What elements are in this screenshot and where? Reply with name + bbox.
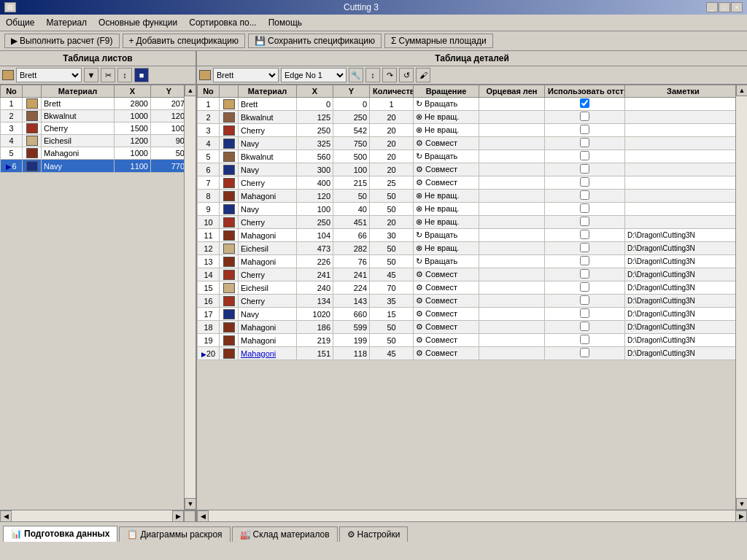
right-table-row[interactable]: 1Brett001↻ Вращать: [198, 98, 736, 111]
right-row-material: Navy: [239, 203, 297, 216]
right-row-y: 750: [333, 137, 370, 150]
right-row-offset[interactable]: [545, 216, 625, 229]
left-scroll-up[interactable]: ▲: [185, 85, 196, 96]
menu-material[interactable]: Материал: [43, 16, 90, 29]
menu-functions[interactable]: Основные функции: [96, 16, 180, 29]
right-row-x: 104: [297, 229, 333, 242]
right-tool-btn-2[interactable]: ↕: [365, 68, 380, 82]
right-table-row[interactable]: 13Mahagoni2267650↻ ВращатьD:\Dragon\Cutt…: [198, 255, 736, 268]
right-table-row[interactable]: 18Mahagoni18659950⚙ СовместD:\Dragon\Cut…: [198, 321, 736, 334]
right-hscroll-right[interactable]: ▶: [735, 510, 747, 522]
left-tool-btn-2[interactable]: ✂: [101, 68, 115, 82]
right-table-row[interactable]: 6Navy30010020⚙ Совмест: [198, 163, 736, 176]
total-area-button[interactable]: Σ Суммарные площади: [384, 34, 493, 48]
window-controls[interactable]: _ □ ×: [706, 2, 743, 12]
system-menu-btn[interactable]: ⊟: [4, 2, 16, 12]
left-table-row[interactable]: 2Bkwalnut1000120: [1, 110, 185, 122]
left-tool-btn-4[interactable]: ■: [134, 68, 149, 82]
right-row-offset[interactable]: [545, 321, 625, 334]
right-table-row[interactable]: 7Cherry40021525⚙ Совмест: [198, 176, 736, 190]
right-row-no: 8: [198, 190, 220, 203]
right-row-offset[interactable]: [545, 242, 625, 255]
right-row-offset[interactable]: [545, 281, 625, 295]
left-table-row[interactable]: 5Mahagoni100050: [1, 147, 185, 160]
close-btn[interactable]: ×: [731, 2, 743, 12]
save-spec-button[interactable]: 💾 Сохранить спецификацию: [248, 34, 382, 48]
right-table-row[interactable]: 12Eichesil47328250⊗ Не вращ.D:\Dragon\Cu…: [198, 242, 736, 255]
minimize-btn[interactable]: _: [706, 2, 718, 12]
right-table-row[interactable]: 10Cherry25045120⊗ Не вращ.: [198, 216, 736, 229]
right-row-edge: [479, 321, 545, 334]
run-calculation-button[interactable]: ▶ Выполнить расчет (F9): [4, 34, 120, 48]
right-scroll-down[interactable]: ▼: [736, 498, 747, 510]
tab-diagrams[interactable]: 📋 Диаграммы раскроя: [119, 526, 230, 542]
left-table-row[interactable]: 4Eichesil120090: [1, 135, 185, 147]
right-row-material: Cherry: [239, 216, 297, 229]
right-row-offset[interactable]: [545, 255, 625, 268]
left-tool-btn-3[interactable]: ↕: [117, 68, 132, 82]
right-row-offset[interactable]: [545, 308, 625, 321]
menu-sort[interactable]: Сортировка по...: [186, 16, 259, 29]
right-row-offset[interactable]: [545, 98, 625, 111]
right-table-row[interactable]: 8Mahagoni1205050⊗ Не вращ.: [198, 190, 736, 203]
right-row-offset[interactable]: [545, 111, 625, 124]
right-tool-btn-3[interactable]: ↷: [382, 68, 397, 82]
maximize-btn[interactable]: □: [719, 2, 730, 12]
right-table-row[interactable]: 19Mahagoni21919950⚙ СовместD:\Dragon\Cut…: [198, 334, 736, 347]
right-row-offset[interactable]: [545, 229, 625, 242]
left-panel-bottom: ◀ ▶: [0, 510, 196, 521]
right-row-offset[interactable]: [545, 203, 625, 216]
right-table-row[interactable]: 9Navy1004050⊗ Не вращ.: [198, 203, 736, 216]
left-scroll-down[interactable]: ▼: [185, 498, 196, 510]
right-row-offset[interactable]: [545, 163, 625, 176]
right-tool-btn-5[interactable]: 🖌: [416, 68, 430, 82]
right-row-offset[interactable]: [545, 150, 625, 163]
right-hscroll[interactable]: ◀ ▶: [197, 510, 747, 521]
add-spec-button[interactable]: + Добавить спецификацию: [123, 34, 245, 48]
left-table-row[interactable]: 3Cherry1500100: [1, 122, 185, 135]
right-tool-btn-4[interactable]: ↺: [399, 68, 414, 82]
left-tool-btn-1[interactable]: ▼: [84, 68, 98, 82]
tab-settings[interactable]: ⚙ Настройки: [339, 526, 409, 542]
right-table-row[interactable]: 16Cherry13414335⚙ СовместD:\Dragon\Cutti…: [198, 295, 736, 308]
right-row-offset[interactable]: [545, 268, 625, 281]
right-row-offset[interactable]: [545, 124, 625, 137]
menu-general[interactable]: Общие: [3, 16, 37, 29]
right-table-row[interactable]: 15Eichesil24022470⚙ СовместD:\Dragon\Cut…: [198, 281, 736, 295]
right-table-row[interactable]: 17Navy102066015⚙ СовместD:\Dragon\Cuttin…: [198, 308, 736, 321]
right-row-offset[interactable]: [545, 347, 625, 360]
right-table-row[interactable]: 11Mahagoni1046630↻ ВращатьD:\Dragon\Cutt…: [198, 229, 736, 242]
right-material-dropdown[interactable]: Brett: [213, 68, 279, 82]
left-col-material: Материал: [42, 85, 115, 98]
left-hscroll-right[interactable]: ▶: [172, 510, 184, 522]
right-table-row[interactable]: 14Cherry24124145⚙ СовместD:\Dragon\Cutti…: [198, 268, 736, 281]
right-table-row[interactable]: 3Cherry25054220⊗ Не вращ.: [198, 124, 736, 137]
left-hscroll[interactable]: ◀ ▶: [0, 510, 196, 521]
right-row-offset[interactable]: [545, 190, 625, 203]
right-scrollbar[interactable]: ▲ ▼: [735, 85, 747, 510]
left-table-row[interactable]: ▶6Navy1100770: [1, 160, 185, 172]
right-row-offset[interactable]: [545, 295, 625, 308]
system-menu[interactable]: ⊟: [4, 2, 16, 12]
menu-help[interactable]: Помощь: [266, 16, 305, 29]
right-row-offset[interactable]: [545, 176, 625, 190]
right-row-notes: D:\Dragon\Cutting3N: [625, 281, 736, 295]
right-tool-btn-1[interactable]: 🔧: [349, 68, 363, 82]
right-table-row[interactable]: 2Bkwalnut12525020⊗ Не вращ.: [198, 111, 736, 124]
left-hscroll-left[interactable]: ◀: [0, 510, 12, 522]
right-table-row[interactable]: 4Navy32575020⚙ Совмест: [198, 137, 736, 150]
right-table-row[interactable]: 5Bkwalnut56050020↻ Вращать: [198, 150, 736, 163]
left-material-dropdown[interactable]: Brett Bkwalnut Cherry Eichesil Mahagoni …: [16, 68, 82, 82]
right-edge-dropdown[interactable]: Edge No 1: [281, 68, 347, 82]
right-row-offset[interactable]: [545, 334, 625, 347]
left-scrollbar[interactable]: ▲ ▼: [184, 85, 196, 510]
right-row-offset[interactable]: [545, 137, 625, 150]
right-row-edge: [479, 163, 545, 176]
right-hscroll-left[interactable]: ◀: [197, 510, 209, 522]
right-col-color: [220, 85, 239, 98]
tab-warehouse[interactable]: 🏭 Склад материалов: [232, 526, 338, 542]
left-table-row[interactable]: 1Brett2800207: [1, 98, 185, 110]
right-scroll-up[interactable]: ▲: [736, 85, 747, 96]
tab-data-prep[interactable]: 📊 Подготовка данных: [3, 526, 117, 542]
right-table-row[interactable]: ▶20Mahagoni15111845⚙ СовместD:\Dragon\Cu…: [198, 347, 736, 360]
